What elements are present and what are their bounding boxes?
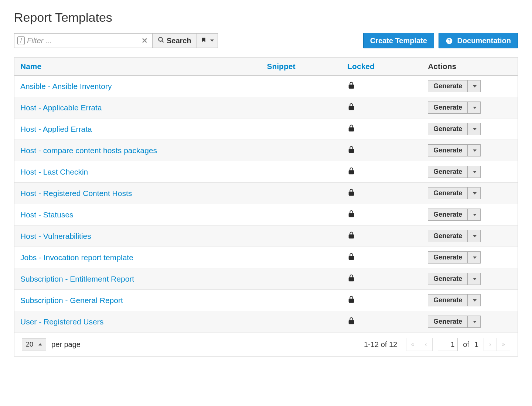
search-button[interactable]: Search [153, 33, 197, 48]
lock-icon [347, 296, 355, 305]
action-dropdown-toggle[interactable] [468, 187, 481, 199]
template-name-link[interactable]: Host - compare content hosts packages [20, 146, 157, 155]
template-name-link[interactable]: Host - Registered Content Hosts [20, 189, 132, 197]
pagination-total-pages: 1 [474, 340, 478, 349]
generate-button[interactable]: Generate [428, 187, 468, 199]
filter-input[interactable] [27, 37, 140, 45]
chevron-down-icon [473, 128, 477, 130]
col-header-actions: Actions [422, 58, 518, 76]
pagination-next-group: › » [484, 338, 510, 351]
template-name-link[interactable]: Host - Applied Errata [20, 125, 92, 133]
table-row: Host - compare content hosts packagesGen… [14, 140, 518, 161]
locked-cell [341, 118, 422, 140]
template-name-link[interactable]: Host - Last Checkin [20, 168, 88, 176]
locked-cell [341, 97, 422, 118]
locked-cell [341, 76, 422, 97]
snippet-cell [261, 118, 341, 140]
create-template-button[interactable]: Create Template [363, 33, 434, 48]
locked-cell [341, 226, 422, 247]
col-header-snippet[interactable]: Snippet [261, 58, 341, 76]
table-row: Ansible - Ansible InventoryGenerate [14, 76, 518, 97]
table-row: Host - Applied ErrataGenerate [14, 118, 518, 140]
bookmark-dropdown-button[interactable] [197, 33, 218, 48]
template-name-link[interactable]: Subscription - Entitlement Report [20, 275, 134, 283]
snippet-cell [261, 140, 341, 161]
chevron-down-icon [473, 214, 477, 216]
chevron-down-icon [473, 278, 477, 280]
template-name-link[interactable]: Host - Vulnerabilities [20, 232, 91, 240]
pagination-last-button[interactable]: » [497, 338, 510, 351]
pagination-page-input[interactable] [438, 338, 458, 351]
chevron-down-icon [473, 85, 477, 87]
generate-button[interactable]: Generate [428, 123, 468, 135]
action-dropdown-toggle[interactable] [468, 316, 481, 328]
generate-button[interactable]: Generate [428, 251, 468, 264]
generate-button[interactable]: Generate [428, 144, 468, 156]
chevron-down-icon [473, 149, 477, 152]
template-name-link[interactable]: Host - Statuses [20, 210, 74, 219]
col-header-name[interactable]: Name [14, 58, 261, 76]
search-button-label: Search [167, 37, 191, 45]
action-dropdown-toggle[interactable] [468, 273, 481, 285]
generate-button[interactable]: Generate [428, 80, 468, 92]
per-page-select[interactable]: 20 [22, 338, 46, 351]
action-dropdown-toggle[interactable] [468, 80, 481, 92]
pagination-prev-button[interactable]: ‹ [419, 338, 433, 351]
col-header-locked[interactable]: Locked [341, 58, 422, 76]
pagination-prev-group: « ‹ [406, 338, 433, 351]
locked-cell [341, 268, 422, 290]
snippet-cell [261, 290, 341, 311]
generate-button[interactable]: Generate [428, 316, 468, 328]
template-name-link[interactable]: Ansible - Ansible Inventory [20, 82, 112, 90]
pagination-next-button[interactable]: › [484, 338, 497, 351]
template-name-link[interactable]: Subscription - General Report [20, 296, 123, 304]
action-dropdown-toggle[interactable] [468, 144, 481, 156]
action-dropdown-toggle[interactable] [468, 123, 481, 135]
help-icon: ? [446, 37, 453, 45]
svg-line-1 [162, 41, 164, 42]
lock-icon [347, 211, 355, 219]
lock-icon [347, 318, 355, 326]
generate-button[interactable]: Generate [428, 166, 468, 178]
action-dropdown-toggle[interactable] [468, 230, 481, 242]
pagination-range: 1-12 of 12 [364, 340, 397, 349]
pagination-first-button[interactable]: « [406, 338, 419, 351]
generate-button[interactable]: Generate [428, 102, 468, 114]
generate-button[interactable]: Generate [428, 209, 468, 221]
search-icon [158, 37, 164, 45]
chevron-up-icon [38, 343, 42, 345]
template-name-link[interactable]: Host - Applicable Errata [20, 103, 102, 112]
locked-cell [341, 247, 422, 268]
svg-text:?: ? [448, 38, 451, 44]
svg-point-0 [158, 37, 163, 41]
documentation-button[interactable]: ? Documentation [439, 33, 518, 48]
chevron-down-icon [473, 299, 477, 302]
lock-icon [347, 275, 355, 283]
search-group: / ✕ Search [14, 33, 218, 48]
snippet-cell [261, 183, 341, 204]
action-dropdown-toggle[interactable] [468, 209, 481, 221]
action-dropdown-toggle[interactable] [468, 102, 481, 114]
generate-button[interactable]: Generate [428, 294, 468, 306]
locked-cell [341, 290, 422, 311]
locked-cell [341, 161, 422, 183]
generate-button[interactable]: Generate [428, 273, 468, 285]
chevron-down-icon [473, 235, 477, 237]
page-title: Report Templates [14, 10, 518, 25]
action-dropdown-toggle[interactable] [468, 294, 481, 306]
locked-cell [341, 183, 422, 204]
locked-cell [341, 140, 422, 161]
table-row: Host - VulnerabilitiesGenerate [14, 226, 518, 247]
table-row: Host - StatusesGenerate [14, 204, 518, 226]
generate-button[interactable]: Generate [428, 230, 468, 242]
slash-shortcut-badge: / [17, 36, 25, 45]
template-name-link[interactable]: Jobs - Invocation report template [20, 253, 133, 262]
template-name-link[interactable]: User - Registered Users [20, 317, 103, 326]
locked-cell [341, 204, 422, 226]
action-dropdown-toggle[interactable] [468, 251, 481, 264]
clear-filter-icon[interactable]: ✕ [140, 36, 149, 45]
action-dropdown-toggle[interactable] [468, 166, 481, 178]
toolbar: / ✕ Search Create Template ? Documentati… [14, 33, 518, 48]
table-row: Host - Registered Content HostsGenerate [14, 183, 518, 204]
table-container: Name Snippet Locked Actions Ansible - An… [14, 57, 518, 357]
